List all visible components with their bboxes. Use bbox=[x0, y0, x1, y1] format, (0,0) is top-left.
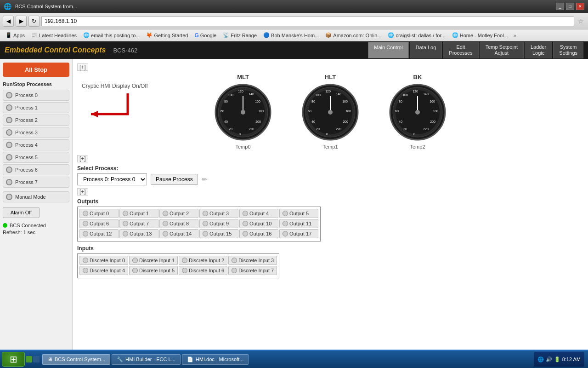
sidebar-process-6[interactable]: Process 6 bbox=[3, 164, 69, 175]
output-12[interactable]: Output 12 bbox=[79, 229, 119, 238]
output-4[interactable]: Output 4 bbox=[239, 209, 278, 218]
outputs-row-2: Output 12 Output 13 Output 14 Output 15 … bbox=[79, 229, 318, 238]
tab-system-settings[interactable]: SystemSettings bbox=[553, 42, 583, 58]
tab-temp-setpoint[interactable]: Temp SetpointAdjust bbox=[480, 42, 524, 58]
bookmark-apps[interactable]: 📱 Apps bbox=[3, 31, 28, 39]
tab-main-control[interactable]: Main Control bbox=[368, 42, 408, 58]
minimize-btn[interactable]: _ bbox=[556, 3, 564, 10]
output-11[interactable]: Output 11 bbox=[279, 219, 318, 228]
quick-launch-1[interactable] bbox=[26, 356, 32, 362]
discrete-input-5[interactable]: Discrete Input 5 bbox=[129, 266, 178, 275]
discrete-input-2[interactable]: Discrete Input 2 bbox=[179, 256, 227, 265]
process-select[interactable]: Process 0: Process 0 bbox=[77, 173, 147, 185]
back-btn[interactable]: ◀ bbox=[3, 16, 14, 27]
discrete-input-0[interactable]: Discrete Input 0 bbox=[79, 256, 128, 265]
output-14[interactable]: Output 14 bbox=[159, 229, 198, 238]
svg-text:180: 180 bbox=[345, 109, 351, 113]
all-stop-button[interactable]: All Stop bbox=[3, 63, 69, 77]
bookmark-google[interactable]: G Google bbox=[192, 31, 219, 40]
output-8[interactable]: Output 8 bbox=[159, 219, 198, 228]
output-7[interactable]: Output 7 bbox=[119, 219, 158, 228]
hlt-title: HLT bbox=[325, 74, 336, 80]
output-12-indicator bbox=[83, 231, 88, 236]
alarm-off-button[interactable]: Alarm Off bbox=[3, 207, 40, 218]
svg-text:80: 80 bbox=[311, 100, 315, 103]
edit-icon[interactable]: ✏ bbox=[202, 176, 207, 183]
discrete-input-7[interactable]: Discrete Input 7 bbox=[228, 266, 277, 275]
discrete-input-1[interactable]: Discrete Input 1 bbox=[129, 256, 178, 265]
di-2-indicator bbox=[182, 258, 187, 263]
output-8-indicator bbox=[163, 221, 168, 226]
output-0[interactable]: Output 0 bbox=[79, 209, 119, 218]
output-3[interactable]: Output 3 bbox=[199, 209, 238, 218]
taskbar-hmidoc[interactable]: 📄 HMI.doc - Microsoft... bbox=[182, 354, 249, 365]
quick-launch bbox=[26, 352, 40, 366]
address-bar[interactable] bbox=[41, 16, 574, 26]
output-9[interactable]: Output 9 bbox=[199, 219, 238, 228]
output-2[interactable]: Output 2 bbox=[159, 209, 198, 218]
svg-point-34 bbox=[328, 110, 333, 115]
bookmark-craigslist[interactable]: 🌐 craigslist: dallas / for... bbox=[385, 31, 448, 39]
maximize-btn[interactable]: □ bbox=[566, 3, 574, 10]
inputs-title: Inputs bbox=[77, 245, 583, 252]
sidebar-process-0[interactable]: Process 0 bbox=[3, 90, 69, 101]
start-button[interactable]: ⊞ bbox=[2, 352, 25, 367]
output-7-indicator bbox=[123, 221, 128, 226]
taskbar-right: 🌐 🔊 🔋 8:12 AM bbox=[534, 352, 586, 367]
tab-data-log[interactable]: Data Log bbox=[410, 42, 442, 58]
bookmark-fritz[interactable]: 📡 Fritz Range bbox=[220, 31, 260, 39]
output-5[interactable]: Output 5 bbox=[279, 209, 318, 218]
tab-edit-processes[interactable]: EditProcesses bbox=[443, 42, 478, 58]
tab-ladder-logic[interactable]: LadderLogic bbox=[525, 42, 552, 58]
sidebar-process-1[interactable]: Process 1 bbox=[3, 102, 69, 113]
output-17[interactable]: Output 17 bbox=[279, 229, 318, 238]
apps-icon: 📱 bbox=[6, 32, 12, 38]
discrete-input-3[interactable]: Discrete Input 3 bbox=[228, 256, 277, 265]
svg-text:200: 200 bbox=[255, 120, 261, 123]
sidebar-process-3[interactable]: Process 3 bbox=[3, 127, 69, 138]
sidebar-process-4[interactable]: Process 4 bbox=[3, 139, 69, 150]
close-btn[interactable]: ✕ bbox=[576, 3, 584, 10]
discrete-input-6[interactable]: Discrete Input 6 bbox=[179, 266, 227, 275]
svg-text:40: 40 bbox=[399, 120, 402, 123]
google-icon: G bbox=[194, 32, 198, 39]
taskbar-hmi-builder[interactable]: 🔧 HMI Builder - ECC L... bbox=[112, 354, 181, 365]
output-13[interactable]: Output 13 bbox=[119, 229, 158, 238]
bookmark-email[interactable]: 🌐 email this posting to... bbox=[80, 31, 142, 39]
sidebar-process-7[interactable]: Process 7 bbox=[3, 177, 69, 188]
volume-icon: 🔊 bbox=[546, 356, 552, 362]
di-3-indicator bbox=[232, 258, 237, 263]
output-10[interactable]: Output 10 bbox=[239, 219, 278, 228]
expand-button-2[interactable]: [+] bbox=[77, 155, 88, 162]
bcs-taskbar-icon: 🖥 bbox=[47, 356, 52, 362]
output-16[interactable]: Output 16 bbox=[239, 229, 278, 238]
pause-process-button[interactable]: Pause Process bbox=[151, 174, 198, 185]
discrete-input-4[interactable]: Discrete Input 4 bbox=[79, 266, 128, 275]
refresh-btn[interactable]: ↻ bbox=[28, 16, 40, 27]
process-list: Process 0 Process 1 Process 2 Process 3 … bbox=[3, 90, 69, 188]
svg-text:80: 80 bbox=[399, 100, 402, 103]
window-controls: _ □ ✕ bbox=[556, 3, 584, 10]
bookmark-motley[interactable]: 🌐 Home - Motley Fool... bbox=[449, 31, 511, 39]
forward-btn[interactable]: ▶ bbox=[16, 16, 27, 27]
sidebar: All Stop Run/Stop Processes Process 0 Pr… bbox=[0, 59, 73, 350]
taskbar-bcs[interactable]: 🖥 BCS Control System... bbox=[42, 354, 110, 365]
output-15[interactable]: Output 15 bbox=[199, 229, 238, 238]
bookmark-bob[interactable]: 🔵 Bob Manske's Hom... bbox=[260, 31, 322, 39]
sidebar-process-2[interactable]: Process 2 bbox=[3, 115, 69, 126]
bookmark-amazon[interactable]: 📦 Amazon.com: Onlin... bbox=[322, 31, 384, 39]
more-bookmarks[interactable]: » bbox=[512, 33, 518, 38]
output-1[interactable]: Output 1 bbox=[119, 209, 158, 218]
quick-launch-2[interactable] bbox=[33, 356, 40, 362]
browser-title: BCS Control System from... bbox=[15, 4, 552, 9]
svg-text:200: 200 bbox=[343, 120, 348, 123]
expand-button-3[interactable]: [+] bbox=[77, 188, 88, 196]
sidebar-process-5[interactable]: Process 5 bbox=[3, 152, 69, 163]
bookmark-getting-started[interactable]: 🦊 Getting Started bbox=[143, 31, 191, 39]
bookmark-headlines[interactable]: 📰 Latest Headlines bbox=[28, 31, 79, 39]
expand-button-1[interactable]: [+] bbox=[77, 63, 88, 71]
manual-mode-item[interactable]: Manual Mode bbox=[3, 191, 69, 202]
output-6[interactable]: Output 6 bbox=[79, 219, 119, 228]
bookmark-star[interactable]: ☆ bbox=[576, 17, 585, 26]
di-6-indicator bbox=[182, 268, 187, 273]
